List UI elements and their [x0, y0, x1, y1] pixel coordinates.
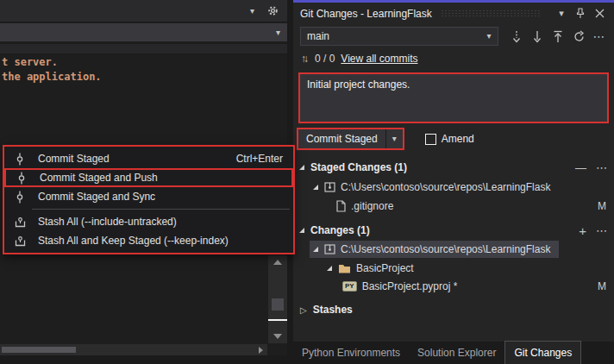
commit-options-dropdown[interactable]: ▾: [386, 129, 403, 148]
staged-changes-header[interactable]: Staged Changes (1) — ⋯: [293, 159, 614, 176]
tab-solution-explorer[interactable]: Solution Explorer: [409, 342, 504, 364]
section-title: Stashes: [313, 304, 353, 316]
expander-closed-icon[interactable]: ▷: [300, 305, 307, 315]
branch-toolbar: main ▾: [300, 27, 607, 46]
file-name: BasicProject.pyproj *: [362, 280, 458, 292]
vs-workspace: ▾ ▾ t server. the application.: [0, 0, 614, 364]
git-stash-icon: [13, 234, 27, 248]
tab-python-environments[interactable]: Python Environments: [293, 342, 409, 364]
changes-header[interactable]: Changes (1) + ⋯: [293, 222, 614, 239]
commit-staged-split-button: Commit Staged ▾: [297, 128, 404, 150]
pin-icon[interactable]: [573, 7, 588, 21]
vertical-scrollbar[interactable]: [268, 255, 287, 343]
repo-path: C:\Users\contoso\source\repos\LearningFl…: [341, 181, 550, 193]
folder-name: BasicProject: [356, 262, 414, 274]
tab-git-changes[interactable]: Git Changes: [504, 341, 581, 364]
git-changes-panel: Git Changes - LearningFlask ▾ main ▾: [293, 0, 614, 342]
staged-repo-row[interactable]: C:\Users\contoso\source\repos\LearningFl…: [293, 179, 614, 196]
scrollbar-thumb[interactable]: [272, 298, 284, 311]
section-title: Staged Changes (1): [310, 161, 407, 173]
repository-icon: [324, 182, 335, 192]
changes-folder-row[interactable]: BasicProject: [293, 260, 614, 277]
window-position-chevron-icon[interactable]: ▾: [554, 7, 569, 21]
stage-all-icon[interactable]: +: [579, 224, 586, 237]
stashes-header[interactable]: ▷ Stashes: [293, 301, 614, 318]
file-name: .gitignore: [351, 200, 393, 212]
file-status-badge: M: [598, 200, 606, 212]
expander-open-icon[interactable]: [299, 165, 304, 170]
commits-status-row: ↑↓ 0 / 0 View all commits: [301, 51, 418, 66]
expander-open-icon[interactable]: [313, 247, 318, 252]
expander-open-icon[interactable]: [327, 266, 332, 271]
file-icon: [335, 200, 346, 212]
changes-file-row[interactable]: PY BasicProject.pyproj * M: [293, 278, 614, 295]
menu-item-stash-all[interactable]: Stash All (--include-untracked): [4, 212, 293, 231]
menu-item-shortcut: Ctrl+Enter: [236, 153, 283, 165]
tool-window-tab-bar: Python Environments Solution Explorer Gi…: [293, 342, 614, 364]
editor-toolbar: ▾: [0, 0, 287, 22]
scrollbar-thumb[interactable]: [2, 347, 76, 353]
git-commit-icon: [13, 152, 27, 166]
horizontal-scrollbar[interactable]: [0, 344, 267, 355]
git-stash-icon: [13, 215, 27, 229]
caret-position-marker: [268, 319, 287, 321]
fetch-icon[interactable]: [509, 28, 524, 44]
menu-item-commit-staged-and-push[interactable]: Commit Staged and Push: [4, 168, 293, 187]
menu-item-stash-all-keep-staged[interactable]: Stash All and Keep Staged (--keep-index): [4, 231, 293, 250]
menu-item-commit-staged-and-sync[interactable]: Commit Staged and Sync: [4, 187, 293, 206]
menu-item-label: Commit Staged: [38, 153, 110, 165]
chevron-down-icon[interactable]: ▾: [276, 28, 280, 37]
git-commit-icon: [13, 190, 27, 204]
refresh-icon[interactable]: [571, 28, 586, 44]
repo-path: C:\Users\contoso\source\repos\LearningFl…: [341, 243, 550, 255]
pull-icon[interactable]: [529, 28, 545, 44]
branch-selector[interactable]: main ▾: [300, 27, 498, 46]
commit-actions-context-menu: Commit Staged Ctrl+Enter Commit Staged a…: [3, 145, 295, 254]
current-branch-name: main: [301, 30, 480, 42]
chevron-down-icon: ▾: [480, 28, 498, 45]
editor-secondary-bar: [0, 43, 287, 54]
chevron-down-icon[interactable]: ▾: [250, 7, 254, 16]
editor-dropdown-bar[interactable]: ▾: [0, 23, 287, 41]
scroll-down-arrow-icon[interactable]: [273, 334, 282, 339]
staged-file-row[interactable]: .gitignore M: [293, 198, 614, 215]
menu-item-label: Commit Staged and Sync: [38, 191, 155, 203]
changes-repo-row[interactable]: C:\Users\contoso\source\repos\LearningFl…: [293, 241, 614, 258]
git-actions-toolbar: ⋯: [509, 28, 607, 44]
amend-checkbox[interactable]: [425, 134, 436, 145]
ellipsis-icon[interactable]: ⋯: [596, 225, 607, 236]
python-project-icon: PY: [342, 281, 357, 292]
expander-open-icon[interactable]: [313, 185, 318, 190]
commit-controls-row: Commit Staged ▾ Amend: [297, 128, 474, 150]
section-title: Changes (1): [310, 224, 370, 236]
unstage-all-icon[interactable]: —: [575, 162, 586, 173]
commit-counts: 0 / 0: [315, 53, 335, 65]
menu-item-label: Stash All and Keep Staged (--keep-index): [38, 235, 229, 247]
panel-title: Git Changes - LearningFlask: [300, 8, 432, 20]
repository-icon: [324, 244, 335, 254]
selected-row-highlight: C:\Users\contoso\source\repos\LearningFl…: [310, 241, 559, 258]
section-actions: — ⋯: [575, 159, 607, 176]
menu-item-commit-staged[interactable]: Commit Staged Ctrl+Enter: [4, 149, 293, 168]
section-actions: + ⋯: [579, 222, 607, 239]
push-icon[interactable]: [550, 28, 566, 44]
expander-open-icon[interactable]: [299, 228, 304, 233]
menu-item-label: Commit Staged and Push: [40, 172, 158, 184]
view-all-commits-link[interactable]: View all commits: [341, 53, 417, 65]
code-line: the application.: [0, 70, 267, 85]
menu-separator: [32, 209, 290, 210]
gear-icon[interactable]: [265, 4, 280, 18]
ellipsis-icon[interactable]: ⋯: [596, 162, 607, 173]
amend-option: Amend: [425, 133, 474, 145]
incoming-outgoing-icon: ↑↓: [301, 53, 309, 65]
scroll-up-arrow-icon[interactable]: [273, 260, 282, 265]
commit-staged-button[interactable]: Commit Staged: [298, 129, 385, 148]
panel-titlebar[interactable]: Git Changes - LearningFlask ▾: [293, 3, 614, 24]
close-icon[interactable]: [592, 7, 607, 21]
code-line: t server.: [0, 55, 267, 70]
scroll-right-arrow-icon[interactable]: [259, 347, 263, 354]
commit-message-input[interactable]: Initial project changes.: [298, 72, 609, 123]
titlebar-grip: [441, 9, 542, 17]
file-status-badge: M: [598, 280, 606, 292]
ellipsis-icon[interactable]: ⋯: [592, 28, 607, 44]
